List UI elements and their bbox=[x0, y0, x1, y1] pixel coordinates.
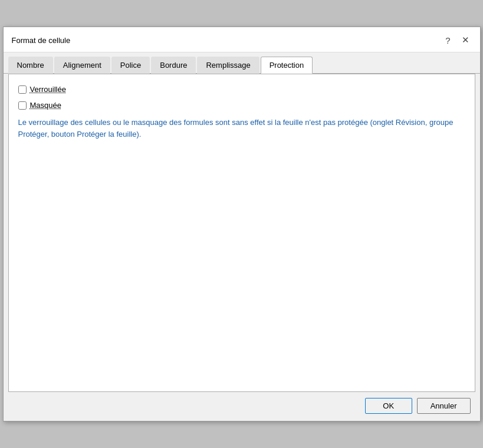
cancel-button[interactable]: Annuler bbox=[417, 398, 471, 414]
tab-police[interactable]: Police bbox=[111, 57, 150, 74]
dialog-title: Format de cellule bbox=[12, 36, 71, 45]
verrouille-row: Verrouillée bbox=[18, 85, 465, 94]
verrouille-label[interactable]: Verrouillée bbox=[30, 85, 66, 94]
title-bar-controls: ? ✕ bbox=[441, 33, 473, 47]
masquee-row: Masquée bbox=[18, 101, 465, 110]
masquee-label[interactable]: Masquée bbox=[30, 101, 61, 110]
help-button[interactable]: ? bbox=[441, 33, 455, 47]
footer: OK Annuler bbox=[4, 392, 480, 421]
tab-alignement[interactable]: Alignement bbox=[54, 57, 110, 74]
tab-bordure[interactable]: Bordure bbox=[151, 57, 196, 74]
close-button[interactable]: ✕ bbox=[459, 33, 473, 47]
info-text: Le verrouillage des cellules ou le masqu… bbox=[18, 117, 465, 140]
tab-protection[interactable]: Protection bbox=[261, 57, 313, 74]
verrouille-checkbox[interactable] bbox=[18, 85, 27, 94]
tab-nombre[interactable]: Nombre bbox=[8, 57, 53, 74]
content-area: Verrouillée Masquée Le verrouillage des … bbox=[8, 74, 475, 392]
tab-remplissage[interactable]: Remplissage bbox=[197, 57, 259, 74]
title-bar: Format de cellule ? ✕ bbox=[4, 27, 480, 52]
ok-button[interactable]: OK bbox=[365, 398, 412, 414]
masquee-checkbox[interactable] bbox=[18, 101, 27, 110]
tabs-container: Nombre Alignement Police Bordure Remplis… bbox=[4, 52, 480, 74]
format-cellule-dialog: Format de cellule ? ✕ Nombre Alignement … bbox=[3, 27, 481, 421]
